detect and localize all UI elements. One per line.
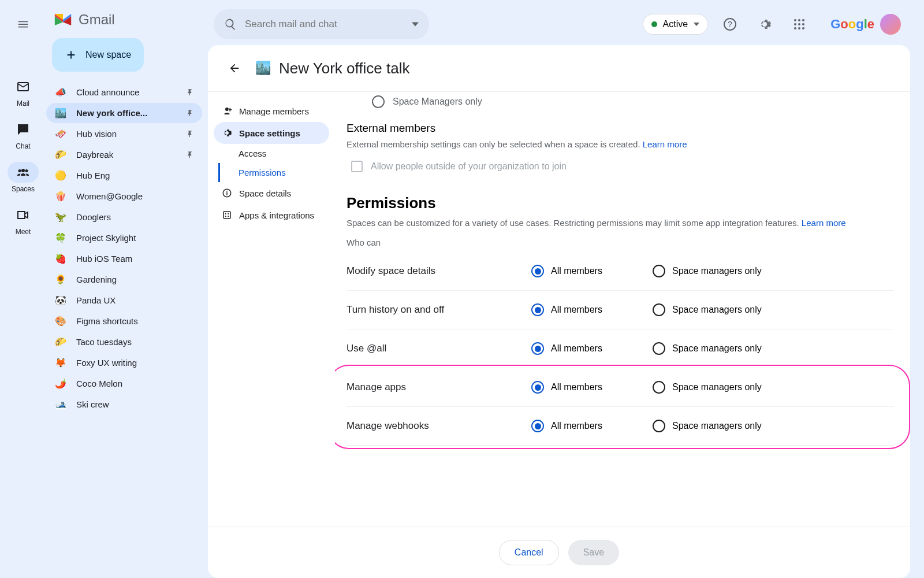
space-label: Cloud announce	[76, 87, 177, 97]
radio-space-managers-only-cutoff[interactable]: Space Managers only	[346, 92, 894, 116]
search-input[interactable]	[245, 18, 404, 30]
permission-label: Manage apps	[346, 381, 531, 393]
main-menu-button[interactable]	[9, 10, 37, 38]
radio-all-members[interactable]: All members	[531, 420, 653, 432]
space-item[interactable]: 🌮 Taco tuesdays	[46, 332, 202, 352]
permission-row: Manage webhooks All members Space manage…	[346, 407, 894, 446]
space-item[interactable]: 🍓 Hub iOS Team	[46, 249, 202, 269]
svg-point-13	[225, 213, 226, 214]
space-emoji-icon: 🐼	[54, 295, 67, 306]
permissions-learn-more-link[interactable]: Learn more	[802, 218, 846, 228]
radio-all-members[interactable]: All members	[531, 265, 653, 277]
rail-mail-label: Mail	[17, 99, 29, 108]
permission-row: Manage apps All members Space managers o…	[346, 368, 894, 407]
space-item[interactable]: 🌮 Daybreak	[46, 144, 202, 165]
app-name: Gmail	[79, 12, 115, 28]
space-item[interactable]: 🌶️ Coco Melon	[46, 373, 202, 394]
new-space-label: New space	[85, 50, 131, 60]
space-emoji-icon: 🏙️	[54, 108, 67, 118]
app-logo[interactable]: Gmail	[46, 8, 202, 35]
svg-point-15	[225, 216, 226, 217]
radio-all-members[interactable]: All members	[531, 381, 653, 394]
space-item[interactable]: 🍿 Women@Google	[46, 186, 202, 206]
svg-point-3	[798, 19, 800, 21]
permission-label: Modify space details	[346, 265, 531, 277]
radio-icon	[531, 420, 544, 432]
space-item[interactable]: 🦖 Dooglers	[46, 207, 202, 227]
radio-icon	[653, 420, 665, 432]
permissions-desc: Spaces can be customized for a variety o…	[346, 217, 894, 230]
space-item[interactable]: 🌻 Gardening	[46, 269, 202, 290]
who-can-label: Who can	[346, 238, 894, 247]
space-emoji-icon: 🍓	[54, 253, 67, 264]
external-members-heading: External members	[346, 122, 894, 135]
radio-icon	[531, 303, 544, 316]
space-item[interactable]: 🛷 Hub vision	[46, 124, 202, 144]
back-button[interactable]	[222, 55, 247, 81]
cancel-button[interactable]: Cancel	[499, 540, 559, 565]
nav-access[interactable]: Access	[218, 144, 329, 163]
space-item[interactable]: 🎿 Ski crew	[46, 394, 202, 414]
space-label: Hub iOS Team	[76, 254, 194, 264]
apps-grid-button[interactable]	[787, 12, 812, 37]
space-item[interactable]: 🍀 Project Skylight	[46, 228, 202, 248]
svg-point-6	[798, 23, 800, 25]
pin-icon[interactable]	[186, 88, 194, 97]
help-button[interactable]: ?	[717, 12, 743, 37]
nav-permissions[interactable]: Permissions	[218, 163, 329, 182]
rail-meet[interactable]: Meet	[8, 201, 39, 239]
space-item[interactable]: 🎨 Figma shortcuts	[46, 311, 202, 331]
radio-space-managers[interactable]: Space managers only	[653, 303, 774, 316]
space-item[interactable]: 🟡 Hub Eng	[46, 165, 202, 186]
panel-title: New York office talk	[279, 60, 409, 77]
space-emoji-icon: 🌮	[54, 149, 67, 160]
space-label: Panda UX	[76, 295, 194, 305]
status-selector[interactable]: Active	[643, 14, 709, 35]
rail-spaces[interactable]: Spaces	[8, 158, 39, 197]
svg-point-8	[794, 27, 796, 29]
space-label: Figma shortcuts	[76, 316, 194, 326]
radio-space-managers[interactable]: Space managers only	[653, 381, 774, 394]
space-item[interactable]: 🐼 Panda UX	[46, 290, 202, 310]
radio-space-managers[interactable]: Space managers only	[653, 342, 774, 355]
radio-space-managers[interactable]: Space managers only	[653, 420, 774, 432]
svg-point-16	[228, 216, 229, 217]
external-learn-more-link[interactable]: Learn more	[643, 139, 687, 149]
rail-chat[interactable]: Chat	[8, 116, 39, 154]
radio-icon	[531, 265, 544, 277]
account-button[interactable]: Google	[821, 12, 904, 37]
permissions-heading: Permissions	[346, 194, 894, 212]
new-space-button[interactable]: New space	[52, 38, 144, 72]
svg-point-2	[794, 19, 796, 21]
search-bar[interactable]	[214, 9, 429, 39]
svg-point-10	[802, 27, 804, 29]
rail-mail[interactable]: Mail	[8, 73, 39, 111]
space-item[interactable]: 🦊 Foxy UX writing	[46, 353, 202, 373]
space-label: Foxy UX writing	[76, 358, 194, 368]
space-emoji-icon: 🍀	[54, 232, 67, 243]
radio-icon	[653, 265, 665, 277]
radio-all-members[interactable]: All members	[531, 342, 653, 355]
svg-point-9	[798, 27, 800, 29]
save-button[interactable]: Save	[568, 540, 619, 565]
pin-icon[interactable]	[186, 109, 194, 117]
permission-label: Turn history on and off	[346, 304, 531, 316]
nav-space-settings[interactable]: Space settings	[214, 122, 329, 144]
nav-apps-integrations[interactable]: Apps & integrations	[214, 204, 329, 226]
radio-icon	[653, 303, 665, 316]
space-item[interactable]: 📣 Cloud announce	[46, 82, 202, 102]
pin-icon[interactable]	[186, 130, 194, 138]
settings-button[interactable]	[752, 12, 777, 37]
pin-icon[interactable]	[186, 151, 194, 159]
nav-manage-members[interactable]: Manage members	[214, 100, 329, 122]
search-dropdown-icon[interactable]	[412, 21, 419, 28]
space-label: Daybreak	[76, 150, 177, 160]
space-label: Taco tuesdays	[76, 337, 194, 347]
svg-point-7	[802, 23, 804, 25]
svg-point-14	[228, 213, 229, 214]
radio-all-members[interactable]: All members	[531, 303, 653, 316]
space-item[interactable]: 🏙️ New york office...	[46, 103, 202, 123]
radio-space-managers[interactable]: Space managers only	[653, 265, 774, 277]
nav-space-details[interactable]: Space details	[214, 182, 329, 204]
space-emoji-icon: 🟡	[54, 170, 67, 181]
